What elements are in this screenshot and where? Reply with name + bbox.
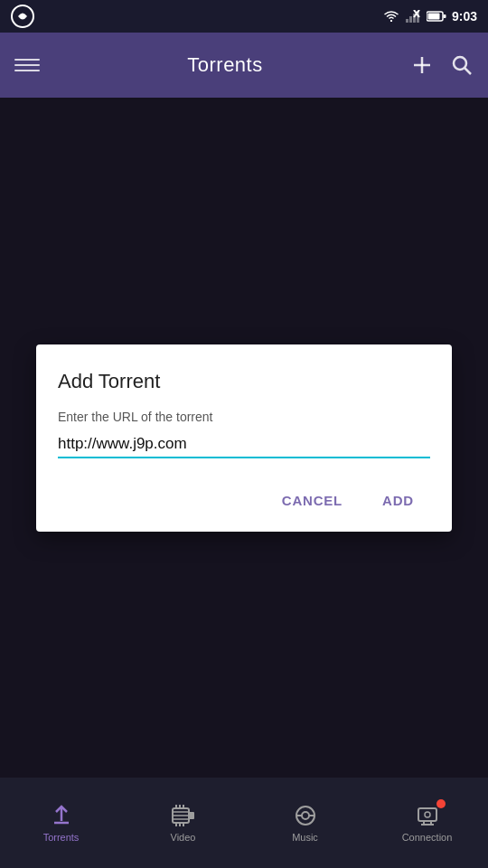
nav-label-video: Video	[171, 832, 196, 843]
nav-label-torrents: Torrents	[43, 832, 80, 843]
status-bar: 9:03	[0, 0, 488, 33]
dialog-actions: CANCEL ADD	[58, 484, 430, 517]
app-logo-icon	[11, 5, 34, 28]
svg-rect-26	[189, 812, 194, 819]
svg-point-28	[302, 812, 309, 819]
nav-item-torrents[interactable]: Torrents	[0, 803, 122, 843]
svg-rect-31	[418, 808, 436, 821]
nav-label-connection: Connection	[402, 832, 453, 843]
svg-rect-8	[427, 14, 439, 20]
connection-badge	[436, 799, 446, 808]
status-bar-right: 9:03	[383, 9, 477, 24]
bottom-nav: Torrents Video Music	[0, 778, 488, 868]
add-button[interactable]: ADD	[366, 484, 430, 517]
dialog-input-wrapper	[58, 431, 430, 458]
menu-button[interactable]	[14, 59, 40, 71]
dialog-overlay: Add Torrent Enter the URL of the torrent…	[0, 98, 488, 778]
nav-item-connection[interactable]: Connection	[366, 803, 488, 843]
svg-rect-1	[406, 19, 408, 23]
wifi-icon	[383, 10, 399, 23]
svg-rect-9	[443, 14, 446, 18]
torrent-url-input[interactable]	[58, 431, 430, 458]
connection-icon	[415, 803, 440, 828]
signal-icon	[405, 10, 421, 23]
svg-point-12	[454, 57, 466, 70]
app-bar: Torrents	[0, 33, 488, 98]
status-bar-left	[11, 5, 34, 28]
app-bar-title: Torrents	[40, 53, 410, 77]
add-torrent-dialog: Add Torrent Enter the URL of the torrent…	[36, 344, 452, 532]
status-time: 9:03	[452, 9, 477, 24]
nav-label-music: Music	[292, 832, 318, 843]
svg-line-13	[465, 69, 472, 75]
search-icon[interactable]	[450, 53, 474, 77]
torrents-icon	[49, 803, 74, 828]
svg-point-35	[425, 812, 430, 817]
main-content: Add Torrent Enter the URL of the torrent…	[0, 98, 488, 778]
music-icon	[293, 803, 318, 828]
app-bar-actions	[410, 53, 474, 77]
cancel-button[interactable]: CANCEL	[266, 484, 359, 517]
svg-rect-2	[409, 16, 412, 23]
nav-item-video[interactable]: Video	[122, 803, 244, 843]
dialog-input-label: Enter the URL of the torrent	[58, 410, 430, 424]
dialog-title: Add Torrent	[58, 370, 430, 393]
nav-item-music[interactable]: Music	[244, 803, 366, 843]
add-icon[interactable]	[410, 53, 434, 77]
connection-icon-wrapper	[415, 803, 440, 828]
video-icon	[171, 803, 196, 828]
battery-icon	[427, 10, 446, 23]
